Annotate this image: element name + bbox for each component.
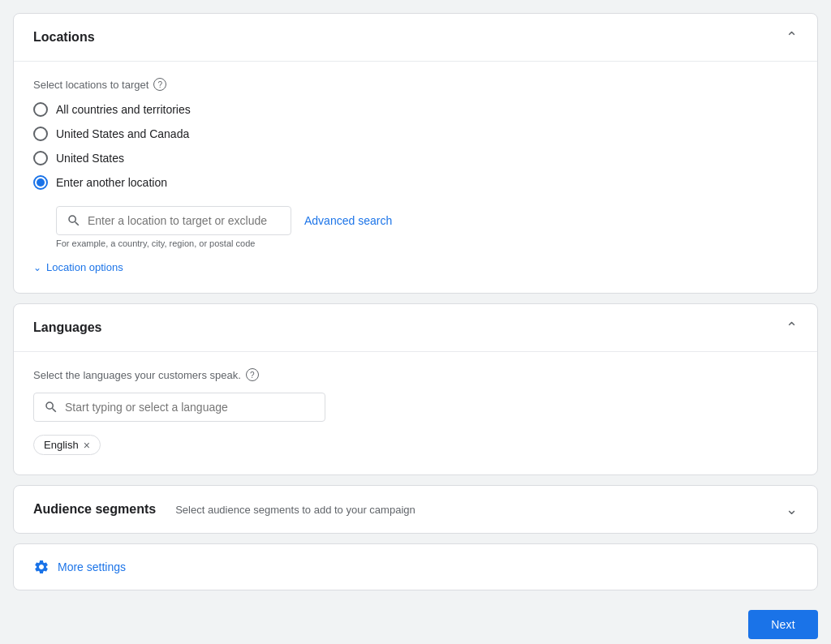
location-search-icon [67, 213, 81, 228]
radio-us[interactable]: United States [33, 151, 798, 165]
location-options-label: Location options [46, 261, 123, 273]
radio-us-canada[interactable]: United States and Canada [33, 127, 798, 141]
more-settings-row[interactable]: More settings [13, 543, 818, 590]
location-search-input[interactable] [88, 214, 281, 227]
languages-collapse-icon[interactable]: ⌃ [786, 319, 798, 337]
location-options-toggle[interactable]: ⌄ Location options [33, 261, 798, 273]
language-tag-english: English × [33, 435, 101, 455]
radio-us-label: United States [56, 152, 124, 165]
more-settings-label: More settings [58, 560, 126, 573]
language-search-wrapper [33, 393, 325, 422]
location-options-chevron-icon: ⌄ [33, 262, 41, 273]
selected-languages-container: English × [33, 435, 798, 455]
audience-header-left: Audience segments Select audience segmen… [33, 502, 416, 517]
locations-collapse-icon[interactable]: ⌃ [786, 28, 798, 46]
advanced-search-link[interactable]: Advanced search [304, 206, 392, 227]
languages-card-body: Select the languages your customers spea… [14, 352, 817, 474]
locations-help-icon[interactable]: ? [153, 78, 166, 91]
gear-icon [33, 559, 50, 575]
location-search-wrapper [56, 206, 291, 235]
radio-all-countries-label: All countries and territories [56, 103, 191, 116]
locations-radio-group: All countries and territories United Sta… [33, 102, 798, 190]
language-tag-label: English [44, 439, 79, 451]
bottom-bar: Next [13, 603, 818, 644]
languages-card-header: Languages ⌃ [14, 304, 817, 352]
radio-selected-dot [37, 178, 45, 187]
locations-title: Locations [33, 30, 95, 45]
radio-all-countries-input[interactable] [33, 102, 48, 117]
audience-card-header[interactable]: Audience segments Select audience segmen… [14, 486, 817, 533]
languages-help-icon[interactable]: ? [246, 368, 259, 381]
audience-expand-icon[interactable]: ⌄ [786, 500, 798, 518]
page-container: Locations ⌃ Select locations to target ?… [13, 13, 818, 644]
next-button[interactable]: Next [748, 610, 818, 639]
languages-title: Languages [33, 320, 101, 335]
radio-another-location[interactable]: Enter another location [33, 175, 798, 190]
languages-card: Languages ⌃ Select the languages your cu… [13, 303, 818, 475]
audience-subtitle: Select audience segments to add to your … [175, 504, 416, 516]
language-search-icon [44, 400, 58, 414]
language-tag-remove-icon[interactable]: × [84, 440, 90, 451]
radio-us-canada-label: United States and Canada [56, 127, 189, 140]
location-search-hint: For example, a country, city, region, or… [56, 238, 798, 248]
locations-card-header: Locations ⌃ [14, 14, 817, 62]
locations-card-body: Select locations to target ? All countri… [14, 62, 817, 293]
radio-another-location-input[interactable] [33, 175, 48, 190]
radio-another-location-label: Enter another location [56, 176, 167, 189]
radio-us-input[interactable] [33, 151, 48, 165]
audience-title: Audience segments [33, 502, 156, 517]
radio-all-countries[interactable]: All countries and territories [33, 102, 798, 117]
radio-us-canada-input[interactable] [33, 127, 48, 141]
audience-card: Audience segments Select audience segmen… [13, 485, 818, 534]
locations-section-label: Select locations to target ? [33, 78, 798, 91]
locations-card: Locations ⌃ Select locations to target ?… [13, 13, 818, 294]
location-search-row: Advanced search [56, 206, 798, 235]
language-search-input[interactable] [65, 401, 315, 414]
languages-section-label: Select the languages your customers spea… [33, 368, 798, 381]
